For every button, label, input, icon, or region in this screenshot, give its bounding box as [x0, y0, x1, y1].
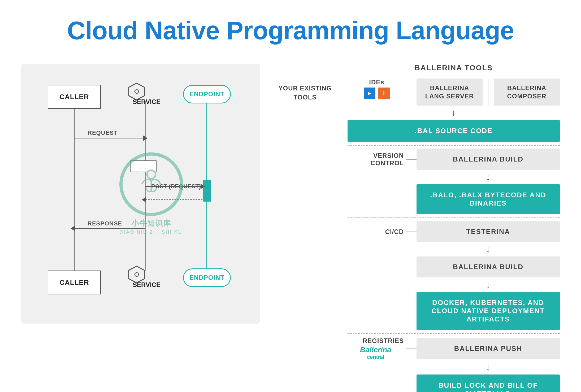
- lang-server-box: BALLERINA LANG SERVER: [417, 79, 483, 106]
- build-lock-row: BUILD LOCK AND BILL OF MATERIALS: [348, 374, 560, 392]
- dots-box: ...: [130, 160, 157, 172]
- service-vline: [145, 101, 146, 271]
- ide-icons-row: ► I: [364, 88, 390, 99]
- vc-connector: [406, 159, 417, 160]
- response-arrow-line: [74, 228, 145, 229]
- registries-cell: REGISTRIES Ballerina central: [348, 337, 406, 360]
- composer-box: BALLERINA COMPOSER: [494, 79, 560, 106]
- arrow-4: ↓: [348, 277, 560, 292]
- sequence-container: CALLER CALLER SERVICE ENDPOINT: [34, 80, 247, 308]
- build-lock-wrapper: BUILD LOCK AND BILL OF MATERIALS: [417, 374, 560, 392]
- endpoint-top-box: ENDPOINT: [183, 85, 231, 103]
- right-diagram: BALLERINA TOOLS YOUR EXISTING TOOLS IDEs…: [276, 64, 560, 392]
- svg-point-3: [135, 273, 138, 276]
- cicd-row: CI/CD TESTERINA: [348, 221, 560, 242]
- ides-cell: IDEs ► I: [348, 79, 406, 99]
- ides-label: IDEs: [369, 79, 384, 86]
- bc-bal-text: Ballerina: [360, 346, 391, 354]
- build-2-row: BALLERINA BUILD: [348, 256, 560, 277]
- ballerina-build-1-wrapper: BALLERINA BUILD: [417, 149, 560, 170]
- response-label: RESPONSE: [88, 220, 122, 227]
- ides-box-row: IDEs ► I BALLERINA LANG SERVER BALLERINA…: [348, 79, 560, 106]
- content-row: CALLER CALLER SERVICE ENDPOINT: [21, 64, 560, 392]
- watermark-subtitle: XIAO NIU ZHI SHI KU: [119, 229, 183, 235]
- bytecode-block: .BALO, .BALX BYTECODE AND BINARIES: [417, 184, 560, 214]
- registries-label: REGISTRIES: [348, 337, 404, 345]
- your-tools-title-cell: YOUR EXISTING TOOLS: [276, 79, 334, 102]
- ballerina-push-block: BALLERINA PUSH: [417, 338, 560, 359]
- docker-block: DOCKER, KUBERNETES, AND CLOUD NATIVE DEP…: [417, 292, 560, 330]
- tools-flow-top: IDEs ► I BALLERINA LANG SERVER BALLERINA…: [348, 79, 560, 392]
- request-label: REQUEST: [88, 129, 118, 136]
- page-title: Cloud Native Programming Language: [67, 16, 514, 45]
- version-control-label: VERSION CONTROL: [348, 152, 406, 167]
- reg-connector: [406, 349, 417, 349]
- endpoint-top-label: ENDPOINT: [189, 90, 224, 98]
- svg-marker-0: [129, 83, 145, 100]
- return-dashed-arrowhead: [142, 197, 146, 202]
- cicd-label: CI/CD: [348, 228, 406, 236]
- caller-vline: [74, 109, 75, 271]
- vscode-icon: ►: [364, 88, 375, 99]
- ballerina-build-2: BALLERINA BUILD: [417, 256, 560, 277]
- sep-1: [348, 145, 560, 146]
- build2-wrapper: BALLERINA BUILD: [417, 256, 560, 277]
- tools-header-row: BALLERINA TOOLS: [276, 64, 560, 79]
- caller-bottom-label: CALLER: [59, 278, 89, 287]
- caller-bottom-box: CALLER: [48, 271, 101, 294]
- your-tools-title: YOUR EXISTING TOOLS: [276, 84, 334, 102]
- ballerina-tools-header: BALLERINA TOOLS: [348, 64, 560, 79]
- ides-connector: [406, 92, 417, 92]
- intellij-icon: I: [378, 88, 390, 99]
- caller-top-label: CALLER: [59, 93, 89, 101]
- top-tool-boxes: BALLERINA LANG SERVER BALLERINA COMPOSER: [417, 79, 560, 106]
- ides-top-row: YOUR EXISTING TOOLS IDEs ► I: [276, 79, 560, 392]
- service-bottom-label: SERVICE: [133, 281, 159, 289]
- endpoint-bottom-label: ENDPOINT: [189, 274, 224, 281]
- request-arrow-line: [74, 138, 145, 138]
- sep-3: [348, 333, 560, 334]
- bytecode-wrapper: .BALO, .BALX BYTECODE AND BINARIES: [417, 184, 560, 214]
- watermark-text: 小牛知识库: [119, 218, 183, 228]
- bc-central-text: central: [367, 354, 384, 360]
- arrow-3: ↓: [348, 242, 560, 256]
- your-tools-header-spacer: [276, 64, 348, 79]
- docker-row: DOCKER, KUBERNETES, AND CLOUD NATIVE DEP…: [348, 292, 560, 330]
- ballerina-build-1: BALLERINA BUILD: [417, 149, 560, 170]
- endpoint-bottom-box: ENDPOINT: [183, 268, 231, 287]
- testerina-block: TESTERINA: [417, 221, 560, 242]
- post-arrowhead: [201, 184, 205, 189]
- bytecode-row: .BALO, .BALX BYTECODE AND BINARIES: [348, 184, 560, 214]
- request-arrowhead: [143, 136, 148, 141]
- bal-source-block: .BAL SOURCE CODE: [348, 120, 560, 142]
- push-wrapper: BALLERINA PUSH: [417, 338, 560, 359]
- testerina-wrapper: TESTERINA: [417, 221, 560, 242]
- cicd-connector: [406, 232, 417, 232]
- caller-top-box: CALLER: [48, 85, 101, 109]
- arrow-2: ↓: [348, 170, 560, 184]
- box-divider: [488, 79, 488, 106]
- left-diagram: CALLER CALLER SERVICE ENDPOINT: [21, 64, 260, 324]
- version-control-row: VERSION CONTROL BALLERINA BUILD: [348, 149, 560, 170]
- ballerina-central-logo: Ballerina central: [348, 346, 404, 360]
- svg-point-1: [135, 90, 138, 93]
- dots-label: ...: [139, 163, 147, 170]
- response-arrowhead: [71, 226, 75, 231]
- post-label: POST (REQUEST): [151, 183, 201, 190]
- svg-marker-2: [129, 266, 145, 283]
- build-lock-block: BUILD LOCK AND BILL OF MATERIALS: [417, 374, 560, 392]
- registries-row: REGISTRIES Ballerina central BALLERINA P…: [348, 337, 560, 360]
- docker-wrapper: DOCKER, KUBERNETES, AND CLOUD NATIVE DEP…: [417, 292, 560, 330]
- sep-2: [348, 217, 560, 218]
- service-block: [203, 180, 211, 202]
- return-dashed-line: [145, 199, 202, 200]
- arrow-5: ↓: [348, 360, 560, 374]
- arrow-1: ↓: [348, 106, 560, 120]
